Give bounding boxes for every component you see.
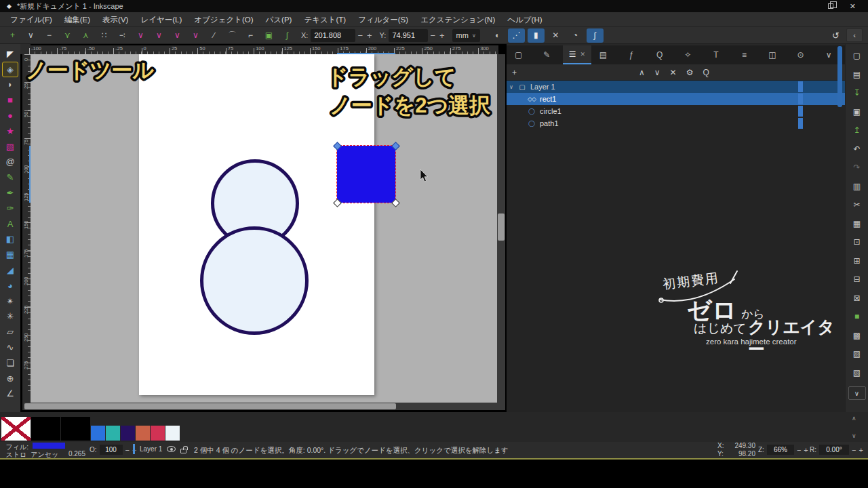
smooth-node-button[interactable]: ∨ — [151, 28, 167, 43]
menu-item[interactable]: テキスト(T) — [298, 12, 352, 27]
import-button[interactable]: ↧ — [850, 87, 865, 99]
palette-scroll-down[interactable]: ∨ — [852, 432, 856, 439]
rectangle-tool[interactable]: ■ — [2, 92, 18, 108]
tab-text-font[interactable]: T — [704, 45, 732, 64]
stroke-to-path-button[interactable]: ∫ — [279, 28, 296, 43]
swatch-black-2[interactable] — [61, 417, 90, 441]
curve-segment-button[interactable]: ⌒ — [224, 28, 241, 43]
pages-tool[interactable]: ❏ — [2, 355, 18, 371]
cut-button[interactable]: ✂ — [850, 199, 865, 211]
tab-align-distribute[interactable]: ≡ — [732, 45, 761, 64]
menu-item[interactable]: ファイル(F) — [4, 12, 58, 27]
break-nodes-button[interactable]: ⋏ — [77, 28, 94, 43]
layer-settings-button[interactable]: ⚙ — [686, 68, 694, 77]
tab-find[interactable]: Q — [648, 45, 676, 64]
vertical-scrollbar-thumb[interactable] — [498, 214, 505, 241]
opacity-field[interactable]: 100 — [100, 445, 123, 455]
rotation-decrement[interactable]: − — [852, 446, 856, 454]
rotation-field[interactable]: 0.00° — [819, 445, 849, 455]
menu-item[interactable]: オブジェクト(O) — [188, 12, 259, 27]
connector-tool[interactable]: ∿ — [2, 340, 18, 355]
highlight-color-strip[interactable] — [798, 106, 803, 117]
insert-node-dropdown[interactable]: ∨ — [22, 28, 39, 43]
mesh-gradient-tool[interactable]: ▦ — [2, 247, 18, 262]
show-helper-path-toggle[interactable]: ▮ — [528, 28, 545, 43]
y-coordinate-field[interactable]: 74.951 — [389, 29, 428, 42]
swatch-coral[interactable] — [136, 426, 150, 441]
close-tab-icon[interactable]: ✕ — [580, 51, 586, 58]
highlight-color-strip[interactable] — [798, 81, 803, 92]
star-tool[interactable]: ★ — [2, 123, 18, 139]
command-bar-expander[interactable]: ∨ — [848, 386, 866, 400]
node-tool[interactable]: ◈ — [2, 62, 18, 77]
search-layers-button[interactable]: Q — [703, 68, 709, 77]
swatch-crimson[interactable] — [151, 426, 165, 441]
x-coordinate-field[interactable]: 201.808 — [311, 29, 355, 42]
duplicate-button[interactable]: ▩ — [850, 329, 865, 342]
swatch-blue[interactable] — [91, 426, 105, 441]
highlight-color-strip[interactable] — [798, 118, 803, 129]
undo-button[interactable]: ↶ — [850, 143, 865, 155]
layer-unlock-icon[interactable] — [180, 449, 186, 453]
clone-button[interactable]: ▨ — [850, 348, 865, 360]
fill-stroke-dialog-button[interactable]: ■ — [850, 310, 865, 323]
snowman-body-circle[interactable] — [200, 226, 309, 335]
swatch-navy[interactable] — [121, 426, 135, 441]
dropper-tool[interactable]: ◢ — [2, 262, 18, 278]
swatch-black[interactable] — [31, 417, 60, 441]
ellipse-tool[interactable]: ● — [2, 108, 18, 123]
menu-item[interactable]: 表示(V) — [96, 12, 134, 27]
eraser-tool[interactable]: ▱ — [2, 324, 18, 340]
line-segment-button[interactable]: ∕ — [205, 28, 222, 43]
menu-item[interactable]: パス(P) — [260, 12, 298, 27]
objects-tree-scrollbar-thumb[interactable] — [837, 46, 842, 107]
pencil-tool[interactable]: ✎ — [2, 169, 18, 185]
symmetric-node-button[interactable]: ∨ — [169, 28, 186, 43]
tree-row-layer1[interactable]: ∨ ▢ Layer 1 — [507, 81, 845, 93]
box-3d-tool[interactable]: ▧ — [2, 139, 18, 155]
shape-builder-tool[interactable]: ◗ — [2, 77, 18, 93]
open-document-button[interactable]: ▤ — [850, 68, 865, 81]
horizontal-scrollbar[interactable] — [24, 403, 497, 410]
y-increment-button[interactable]: + — [437, 30, 447, 41]
zoom-drawing-button[interactable]: ⊞ — [850, 255, 865, 267]
x-ray-toggle[interactable]: ◖ — [488, 28, 505, 43]
transform-handles-toggle[interactable]: ✕ — [547, 28, 564, 43]
delete-node-button[interactable]: − — [41, 28, 58, 43]
tweak-tool[interactable]: ✴ — [2, 293, 18, 309]
reset-rotation-icon[interactable]: ↺ — [832, 30, 840, 41]
new-document-button[interactable]: ▢ — [850, 49, 865, 62]
layer-visibility-eye-icon[interactable] — [167, 446, 176, 452]
zoom-page-button[interactable]: ⊟ — [850, 273, 865, 285]
delete-layer-button[interactable]: ✕ — [670, 68, 677, 77]
tab-objects[interactable]: ☰ ✕ — [563, 45, 591, 64]
tab-symbols[interactable]: ✎ — [535, 45, 564, 64]
selected-blue-rect[interactable] — [337, 146, 395, 203]
swatch-teal[interactable] — [106, 426, 120, 441]
menu-item[interactable]: エクステンション(N) — [414, 12, 501, 27]
corner-node-button[interactable]: ∨ — [132, 28, 149, 43]
x-decrement-button[interactable]: − — [355, 30, 365, 41]
zoom-decrement[interactable]: − — [797, 446, 801, 454]
spray-tool[interactable]: ✳ — [2, 309, 18, 325]
close-window-button[interactable]: ✕ — [850, 2, 856, 11]
y-decrement-button[interactable]: − — [428, 30, 437, 41]
auto-smooth-node-button[interactable]: ∨ — [187, 28, 204, 43]
zoom-tool[interactable]: ⊕ — [2, 371, 18, 386]
insert-node-button[interactable]: + — [4, 28, 21, 43]
corner-lpe-button[interactable]: ⌐ — [242, 28, 259, 43]
zoom-selection-button[interactable]: ⊡ — [850, 236, 865, 248]
lower-layer-button[interactable]: ∨ — [654, 68, 660, 77]
delete-segment-button[interactable]: ∹ — [114, 28, 131, 43]
paint-bucket-tool[interactable]: ◕ — [2, 278, 18, 293]
zoom-increment[interactable]: + — [804, 446, 808, 454]
unlink-clone-button[interactable]: ▧ — [850, 367, 865, 379]
tab-object-properties[interactable]: ◫ — [760, 45, 789, 64]
menu-item[interactable]: フィルター(S) — [352, 12, 414, 27]
rotation-increment[interactable]: + — [859, 446, 863, 454]
menu-item[interactable]: レイヤー(L) — [134, 12, 188, 27]
tab-spray[interactable]: ✧ — [675, 45, 704, 64]
current-layer-name[interactable]: Layer 1 — [140, 445, 162, 453]
selector-tool[interactable]: ◤ — [2, 46, 18, 62]
text-tool[interactable]: A — [2, 216, 18, 232]
